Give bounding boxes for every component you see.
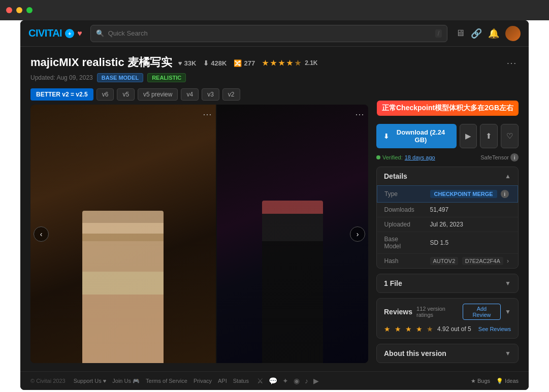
type-label: Type [377, 186, 423, 203]
footer-join[interactable]: Join Us 🎮 [112, 378, 140, 384]
browser-dot-yellow[interactable] [16, 7, 22, 13]
search-icon: 🔍 [96, 29, 104, 37]
bottom-caption: 【majicMIX realistic】Checkpoint模型 [0, 390, 549, 392]
verified-row: Verified: 18 days ago SafeTensor i [376, 153, 519, 161]
type-row: Type CHECKPOINT MERGE i [377, 186, 518, 203]
image-gallery: ⋯ ⋯ ‹ › [30, 105, 368, 363]
downloads-value: 51,497 [423, 203, 518, 217]
downloads-label: Downloads [377, 203, 423, 217]
more-options-button[interactable]: ⋯ [504, 55, 519, 71]
instagram-icon[interactable]: ◉ [294, 377, 300, 385]
tiktok-icon[interactable]: ♪ [305, 377, 308, 385]
user-avatar[interactable] [505, 26, 521, 41]
person-figure-2 [262, 201, 323, 363]
hash-copy-icon[interactable]: › [507, 257, 509, 265]
type-highlight: CHECKPOINT MERGE [430, 190, 497, 198]
remix-stat: 🔀 277 [234, 59, 255, 67]
footer-terms[interactable]: Terms of Service [146, 378, 187, 384]
nav-icons: 🖥 🔗 🔔 [456, 26, 521, 41]
rating-count: 2.1K [305, 59, 317, 67]
browser-dot-red[interactable] [6, 7, 12, 13]
safetensor-label: SafeTensor i [480, 153, 519, 161]
nav-logo[interactable]: CIVITAI + ♥ [28, 27, 82, 39]
heart-stat-icon: ♥ [178, 59, 182, 67]
add-review-button[interactable]: Add Review [463, 304, 501, 320]
download-stat-icon: ⬇ [203, 59, 209, 67]
twitter-icon[interactable]: ✦ [282, 377, 288, 385]
uploaded-row: Uploaded Jul 26, 2023 [377, 217, 518, 232]
share-button[interactable]: ⬆ [480, 124, 498, 148]
bell-icon[interactable]: 🔔 [488, 28, 499, 39]
download-stat: ⬇ 428K [203, 59, 227, 67]
files-label: 1 File [384, 279, 402, 287]
gallery-next-button[interactable]: › [350, 226, 365, 242]
footer-support[interactable]: Support Us ♥ [74, 378, 107, 384]
download-button[interactable]: ⬇ Download (2.24 GB) [376, 124, 457, 148]
about-header[interactable]: About this version ▼ [377, 344, 518, 363]
version-tab-v5-preview[interactable]: v5 preview [138, 88, 178, 101]
link-icon[interactable]: 🔗 [471, 28, 482, 39]
footer-links: Support Us ♥ Join Us 🎮 Terms of Service … [74, 378, 249, 384]
star-1: ★ [262, 59, 269, 67]
star-5-half: ★ [295, 59, 301, 67]
nav-search[interactable]: 🔍 / [90, 25, 447, 42]
reviews-rating-row: ★ ★ ★ ★ ★ 4.92 out of 5 See Reviews [377, 325, 518, 338]
type-info-icon[interactable]: i [501, 190, 509, 198]
search-input[interactable] [108, 29, 431, 37]
annotation-bubble: 正常Checkpoint模型体积大多在2GB左右 [377, 101, 519, 116]
verified-badge: Verified: 18 days ago [376, 154, 435, 160]
hash-full: D7E2AC2F4A [462, 257, 503, 265]
details-title: Details [384, 172, 407, 180]
right-panel: 正常Checkpoint模型体积大多在2GB左右 ⬇ Download (2.2… [376, 105, 519, 363]
version-tab-active[interactable]: BETTER v2 = v2.5 [30, 88, 93, 101]
verified-dot [376, 155, 380, 159]
verified-date[interactable]: 18 days ago [405, 154, 435, 160]
reddit-icon[interactable]: 💬 [269, 377, 277, 385]
version-tab-v5[interactable]: v5 [117, 88, 135, 101]
page-wrapper: CIVITAI + ♥ 🔍 / 🖥 🔗 🔔 maj [0, 0, 549, 392]
person-figure-1 [82, 211, 164, 363]
review-star-4: ★ [416, 325, 423, 333]
download-icon: ⬇ [383, 133, 389, 140]
footer-api[interactable]: API [218, 378, 227, 384]
version-tab-v2[interactable]: v2 [222, 88, 240, 101]
star-3: ★ [278, 59, 285, 67]
image-options-2[interactable]: ⋯ [355, 109, 364, 120]
base-model-row: Base Model SD 1.5 [377, 232, 518, 254]
play-button[interactable]: ▶ [460, 124, 477, 148]
footer-status[interactable]: Status [233, 378, 249, 384]
favorite-button[interactable]: ♡ [501, 124, 519, 148]
badge-realistic: REALISTIC [147, 73, 186, 82]
image-options-1[interactable]: ⋯ [203, 109, 212, 120]
details-section: Details ▲ Type CHECKPOINT MERGE i [376, 167, 519, 269]
youtube-icon[interactable]: ▶ [313, 377, 319, 385]
logo-text: CIVITAI [28, 27, 62, 39]
hash-row: Hash AUTOV2 D7E2AC2F4A › [377, 254, 518, 269]
files-header[interactable]: 1 File ▼ [377, 274, 518, 292]
monitor-icon[interactable]: 🖥 [456, 28, 465, 39]
discord-icon[interactable]: ⚔ [257, 377, 264, 385]
version-tab-v6[interactable]: v6 [96, 88, 114, 101]
version-tab-v3[interactable]: v3 [202, 88, 219, 101]
footer-left: © Civitai 2023 Support Us ♥ Join Us 🎮 Te… [30, 377, 319, 385]
safetensor-info-icon[interactable]: i [510, 153, 519, 161]
ideas-button[interactable]: 💡 Ideas [496, 378, 519, 384]
badge-base-model: BASE MODEL [97, 73, 143, 82]
footer-privacy[interactable]: Privacy [193, 378, 212, 384]
footer-social: ⚔ 💬 ✦ ◉ ♪ ▶ [257, 377, 319, 385]
gallery-prev-button[interactable]: ‹ [34, 226, 49, 242]
base-model-label: Base Model [377, 232, 423, 254]
star-2: ★ [270, 59, 277, 67]
details-header[interactable]: Details ▲ [377, 167, 518, 185]
see-reviews-link[interactable]: See Reviews [478, 326, 511, 332]
browser-dot-green[interactable] [26, 7, 33, 13]
version-tab-v4[interactable]: v4 [181, 88, 199, 101]
nav-bar: CIVITAI + ♥ 🔍 / 🖥 🔗 🔔 [20, 20, 529, 47]
browser-chrome [0, 0, 549, 20]
details-table: Type CHECKPOINT MERGE i Downloads 51,497 [377, 185, 518, 268]
reviews-actions: Add Review ▼ [463, 304, 511, 320]
gallery-image-1: ⋯ [30, 105, 216, 363]
bugs-button[interactable]: ★ Bugs [471, 378, 490, 384]
logo-heart-icon: ♥ [77, 29, 82, 38]
review-star-2: ★ [395, 325, 401, 333]
